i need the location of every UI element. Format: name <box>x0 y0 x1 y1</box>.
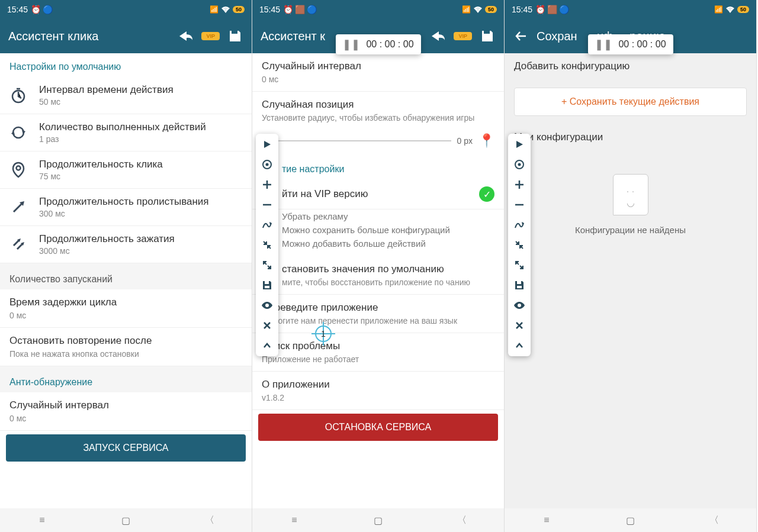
item-action-interval[interactable]: Интервал времени действия50 мс <box>0 77 252 114</box>
eye-icon[interactable] <box>512 298 526 312</box>
stop-service-button[interactable]: ОСТАНОВКА СЕРВИСА <box>258 414 498 441</box>
clock: 15:45 <box>259 5 280 14</box>
item-random-position[interactable]: Случайная позиция Установите радиус, что… <box>252 92 504 130</box>
alarm-icon: ⏰ <box>31 5 40 14</box>
alarm-icon: ⏰ <box>536 5 544 14</box>
item-cycle-delay[interactable]: Время задержки цикла 0 мс <box>0 289 252 328</box>
screen-2: 15:45 ⏰ 🟫 🔵 📶 50 Ассистент к VIP ❚❚ 00 :… <box>252 0 505 532</box>
nav-back-icon[interactable]: 〈 <box>455 513 469 527</box>
close-icon[interactable] <box>260 318 274 333</box>
pause-icon[interactable]: ❚❚ <box>595 38 612 51</box>
app-bar: Ассистент клика VIP <box>0 19 252 53</box>
nav-home-icon[interactable]: ▢ <box>371 513 385 527</box>
play-icon[interactable] <box>512 137 526 151</box>
expand-icon[interactable] <box>512 258 526 272</box>
chevron-up-icon[interactable] <box>260 338 274 353</box>
empty-file-icon: · ·◡ <box>613 174 648 215</box>
nav-bar: ≡ ▢ 〈 <box>252 508 504 532</box>
pin-icon <box>9 161 27 179</box>
plus-icon[interactable] <box>260 178 274 192</box>
nav-menu-icon[interactable]: ≡ <box>35 513 49 527</box>
minus-icon[interactable] <box>260 198 274 212</box>
minus-icon[interactable] <box>512 198 526 212</box>
plus-icon[interactable] <box>512 178 526 192</box>
collapse-icon[interactable] <box>260 238 274 252</box>
undo-icon[interactable] <box>178 28 194 44</box>
collapse-icon[interactable] <box>512 238 526 252</box>
nav-home-icon[interactable]: ▢ <box>118 513 133 527</box>
item-random-interval[interactable]: Случайный интервал 0 мс <box>252 53 504 92</box>
eye-icon[interactable] <box>260 298 274 312</box>
target-icon[interactable] <box>512 157 526 172</box>
app-icon-2: 🔵 <box>560 5 568 14</box>
nav-menu-icon[interactable]: ≡ <box>287 513 301 527</box>
app-icon-2: 🔵 <box>307 5 316 14</box>
undo-icon[interactable] <box>430 28 447 44</box>
nav-menu-icon[interactable]: ≡ <box>539 513 554 527</box>
click-target-1[interactable]: 1 <box>311 322 335 346</box>
curve-icon[interactable] <box>512 218 526 232</box>
item-stop-repeat[interactable]: Остановить повторение после Пока не нажа… <box>0 328 252 366</box>
screen-3: 15:45 ⏰ 🟫 🔵 📶 50 Сохран нф рацию ❚❚ 00 :… <box>505 0 757 532</box>
nav-home-icon[interactable]: ▢ <box>623 513 637 527</box>
save-icon[interactable] <box>479 28 496 44</box>
back-arrow-icon[interactable] <box>513 28 529 44</box>
item-about[interactable]: О приложении v1.8.2 <box>252 372 504 410</box>
vip-features: Убрать рекламу Можно сохранить больше ко… <box>252 209 504 256</box>
signal-icon: 📶 <box>714 5 723 14</box>
svg-rect-9 <box>517 281 521 284</box>
disk-icon[interactable] <box>260 278 274 292</box>
item-swipe-duration[interactable]: Продолжительность пролистывания300 мс <box>0 189 252 226</box>
battery-icon: 50 <box>485 6 497 13</box>
repeat-icon <box>9 124 27 141</box>
radius-slider[interactable]: 0 px 📍 <box>252 130 504 156</box>
curve-icon[interactable] <box>260 218 274 232</box>
item-vip-upgrade[interactable]: йти на VIP версию ✓ <box>252 179 504 209</box>
checkmark-icon: ✓ <box>479 186 494 202</box>
close-icon[interactable] <box>512 318 526 333</box>
status-bar: 15:45 ⏰ 🔵 📶 50 <box>0 0 252 19</box>
status-bar: 15:45 ⏰ 🟫 🔵 📶 50 <box>252 0 504 19</box>
item-random-interval[interactable]: Случайный интервал 0 мс <box>0 392 252 431</box>
start-service-button[interactable]: ЗАПУСК СЕРВИСА <box>6 434 246 462</box>
play-icon[interactable] <box>260 137 274 151</box>
chevron-up-icon[interactable] <box>512 338 526 353</box>
nav-back-icon[interactable]: 〈 <box>707 513 721 527</box>
pin-icon: 📍 <box>478 133 494 149</box>
floating-toolbar[interactable] <box>508 134 531 356</box>
svg-point-8 <box>518 163 521 166</box>
item-troubleshoot[interactable]: Поиск проблемы Приложение не работает <box>252 333 504 372</box>
timer-value: 00 : 00 : 00 <box>618 39 666 50</box>
floating-toolbar[interactable] <box>256 134 278 356</box>
section-add-config: Добавить конфигурацию <box>505 53 756 79</box>
nav-bar: ≡ ▢ 〈 <box>505 508 756 532</box>
vip-badge[interactable]: VIP <box>454 32 472 40</box>
save-current-button[interactable]: + Сохранить текущие действия <box>514 88 747 116</box>
item-reset-defaults[interactable]: становить значения по умолчанию мите, чт… <box>252 256 504 295</box>
expand-icon[interactable] <box>260 258 274 272</box>
status-bar: 15:45 ⏰ 🟫 🔵 📶 50 <box>505 0 756 19</box>
item-click-duration[interactable]: Продолжительность клика75 мс <box>0 151 252 189</box>
screen-1: 15:45 ⏰ 🔵 📶 50 Ассистент клика VIP Настр… <box>0 0 252 532</box>
svg-point-1 <box>17 166 21 170</box>
battery-icon: 50 <box>737 6 749 13</box>
disk-icon[interactable] <box>512 278 526 292</box>
item-hold-duration[interactable]: Продолжительность зажатия3000 мс <box>0 226 252 263</box>
nav-bar: ≡ ▢ 〈 <box>0 508 252 532</box>
nav-back-icon[interactable]: 〈 <box>203 513 217 527</box>
floating-timer[interactable]: ❚❚ 00 : 00 : 00 <box>335 34 420 54</box>
save-icon[interactable] <box>227 28 243 44</box>
wifi-icon <box>473 6 483 13</box>
item-translate[interactable]: Переведите приложение Помогите нам перен… <box>252 295 504 333</box>
pause-icon[interactable]: ❚❚ <box>342 38 360 51</box>
wifi-icon <box>725 6 735 13</box>
app-icon: 🔵 <box>43 5 52 14</box>
clock: 15:45 <box>7 5 28 14</box>
target-icon[interactable] <box>260 157 274 172</box>
floating-timer[interactable]: ❚❚ 00 : 00 : 00 <box>587 34 673 54</box>
item-action-count[interactable]: Количество выполненных действий1 раз <box>0 114 252 151</box>
app-icon: 🟫 <box>296 5 304 14</box>
section-run-count: Количество запусканий <box>0 263 252 289</box>
content-area: Добавить конфигурацию + Сохранить текущи… <box>505 53 756 508</box>
vip-badge[interactable]: VIP <box>201 32 220 40</box>
